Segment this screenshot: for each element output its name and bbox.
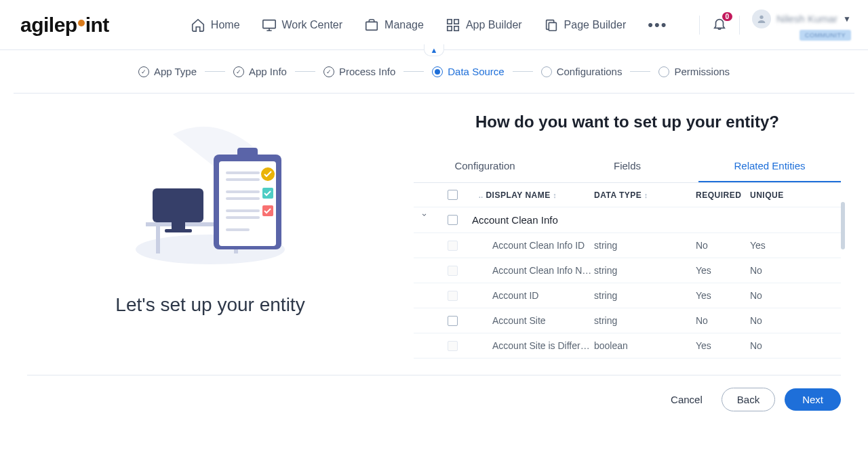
group-row[interactable]: › Account Clean Info (414, 207, 841, 233)
cancel-button[interactable]: Cancel (661, 388, 712, 411)
check-circle-icon (323, 66, 334, 77)
wizard-step-data-source[interactable]: Data Source (432, 66, 504, 77)
wizard-step-label: App Info (249, 66, 287, 77)
radio-empty-icon (658, 66, 669, 77)
notifications-button[interactable]: 0 (712, 16, 727, 33)
nav-items: Home Work Center Manage App Builder Page… (191, 16, 667, 34)
nav-item-app-builder[interactable]: App Builder (446, 18, 522, 33)
grid-icon (446, 18, 460, 33)
nav-item-label: App Builder (466, 19, 522, 31)
tab-label: Related Entities (734, 160, 805, 171)
chevron-up-icon: ▲ (431, 46, 438, 54)
cell-name: Account Clean Info Na… (472, 265, 594, 276)
select-all-checkbox[interactable] (448, 190, 458, 200)
scrollbar-thumb[interactable] (841, 202, 845, 249)
svg-rect-3 (454, 19, 458, 23)
nav-item-label: Home (211, 19, 240, 31)
row-checkbox (448, 291, 458, 301)
monitor-icon (262, 18, 277, 33)
svg-rect-6 (549, 22, 556, 30)
back-button[interactable]: Back (722, 388, 775, 411)
svg-rect-0 (262, 20, 275, 28)
cell-required: Yes (696, 265, 750, 276)
tab-fields[interactable]: Fields (556, 150, 698, 182)
cell-type: string (594, 265, 696, 276)
user-menu[interactable]: Nilesh Kumar ▼ COMMUNITY (752, 9, 851, 41)
step-separator (513, 71, 533, 72)
top-nav: agilep int Home Work Center Manage App B… (0, 0, 868, 50)
col-data-type[interactable]: DATA TYPE (594, 190, 696, 200)
table-row: Account ID string Yes No (414, 283, 841, 308)
tab-configuration[interactable]: Configuration (414, 150, 556, 182)
cell-type: boolean (594, 340, 696, 351)
col-display-name[interactable]: DISPLAY NAME (486, 190, 557, 200)
chevron-down-icon: ▼ (843, 14, 851, 24)
collapse-nav-button[interactable]: ▲ (424, 44, 444, 56)
wizard-step-configurations[interactable]: Configurations (541, 66, 623, 77)
cell-required: No (696, 240, 750, 251)
wizard-step-label: Process Info (339, 66, 395, 77)
nav-item-home[interactable]: Home (191, 18, 240, 33)
svg-rect-12 (153, 188, 203, 222)
nav-item-page-builder[interactable]: Page Builder (544, 18, 627, 33)
table-row: Account Clean Info ID string No Yes (414, 233, 841, 258)
wizard-step-process-info[interactable]: Process Info (323, 66, 395, 77)
svg-rect-21 (226, 197, 260, 200)
nav-item-label: Page Builder (564, 19, 627, 31)
wizard-step-label: Data Source (448, 66, 504, 77)
check-circle-icon (138, 66, 149, 77)
wizard-step-permissions[interactable]: Permissions (658, 66, 730, 77)
cell-type: string (594, 240, 696, 251)
wizard-step-app-type[interactable]: App Type (138, 66, 197, 77)
wizard-step-label: Permissions (674, 66, 730, 77)
svg-rect-10 (156, 226, 160, 253)
brand-dot-icon (78, 20, 85, 26)
svg-rect-23 (226, 216, 260, 219)
copy-icon (544, 18, 559, 33)
tab-related-entities[interactable]: Related Entities (698, 150, 841, 182)
wizard-step-label: App Type (154, 66, 197, 77)
col-unique[interactable]: UNIQUE (750, 190, 797, 200)
cell-required: Yes (696, 340, 750, 351)
nav-item-manage[interactable]: Manage (364, 18, 424, 33)
brand-logo[interactable]: agilep int (20, 14, 109, 37)
content: Let's set up your entity How do you want… (0, 94, 868, 359)
wizard-step-label: Configurations (557, 66, 623, 77)
table-row: Account Site string No No (414, 308, 841, 333)
wizard-step-app-info[interactable]: App Info (233, 66, 287, 77)
next-button[interactable]: Next (785, 388, 841, 411)
grid-body[interactable]: Account Clean Info ID string No Yes Acco… (414, 233, 841, 359)
row-checkbox[interactable] (448, 316, 458, 326)
home-icon (191, 18, 205, 33)
svg-rect-5 (454, 26, 458, 30)
brand-pre: agilep (20, 14, 77, 37)
entity-tabs: Configuration Fields Related Entities (414, 150, 841, 183)
nav-right: 0 Nilesh Kumar ▼ COMMUNITY (699, 9, 851, 41)
nav-item-label: Manage (384, 19, 424, 31)
svg-rect-18 (226, 171, 260, 174)
col-required[interactable]: REQUIRED (696, 190, 750, 200)
cell-name: Account Clean Info ID (472, 240, 594, 251)
svg-rect-22 (226, 209, 260, 212)
briefcase-icon (364, 18, 379, 33)
chevron-down-icon: › (420, 213, 429, 227)
notification-badge: 0 (722, 12, 733, 21)
svg-rect-1 (366, 22, 378, 30)
svg-rect-4 (448, 26, 452, 30)
cell-unique: No (750, 340, 797, 351)
group-label: Account Clean Info (472, 214, 837, 226)
radio-active-icon (432, 66, 443, 77)
svg-rect-19 (226, 178, 260, 181)
cell-unique: No (750, 265, 797, 276)
brand-post: int (85, 14, 109, 37)
left-pane: Let's set up your entity (27, 107, 393, 359)
step-separator (403, 71, 424, 72)
group-checkbox[interactable] (448, 215, 458, 225)
cell-unique: Yes (750, 240, 797, 251)
svg-rect-2 (448, 19, 452, 23)
nav-item-work-center[interactable]: Work Center (262, 18, 343, 33)
cell-required: No (696, 315, 750, 326)
cell-name: Account ID (472, 290, 594, 301)
table-row: Account Clean Info Na… string Yes No (414, 258, 841, 283)
nav-more-icon[interactable]: ••• (648, 16, 667, 34)
